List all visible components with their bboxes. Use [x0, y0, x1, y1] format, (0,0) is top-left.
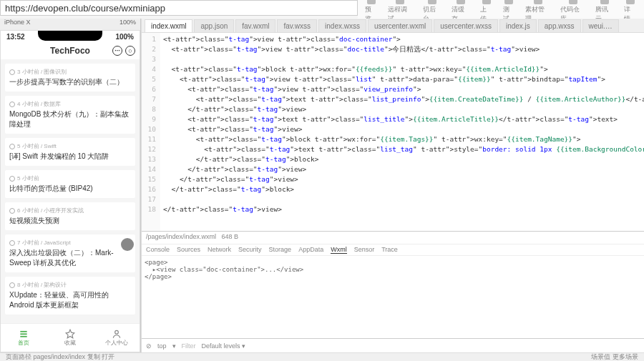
main-area: iPhone X 100% 13:52 100% TechFoco ··· ○ …	[0, 19, 644, 352]
editor-status: /pages/index/index.wxml 648 B 行 4, 列 1 W…	[142, 232, 644, 244]
editor-tab[interactable]: usercenter.wxss	[434, 19, 498, 32]
devtools-tab[interactable]: AppData	[298, 246, 323, 254]
editor-tab[interactable]: index.wxss	[318, 19, 366, 32]
preview-icon	[367, 0, 376, 4]
devtools-tabs: ConsoleSourcesNetworkSecurityStorageAppD…	[142, 244, 644, 256]
devtools-tab[interactable]: Security	[238, 246, 262, 254]
card-title: 短视频流失预测	[9, 216, 131, 226]
editor-tab[interactable]: usercenter.wxml	[368, 19, 432, 32]
tab-star[interactable]: 收藏	[47, 324, 94, 352]
devtools-tab[interactable]: Network	[208, 246, 231, 254]
devtools-tab[interactable]: Sensor	[354, 246, 375, 254]
phone-tabbar: 首页收藏个人中心	[1, 323, 140, 352]
card-meta: 3 小时前 / 图像识别	[9, 68, 131, 76]
cloud-icon	[600, 0, 609, 4]
editor-area: index.wxmlapp.jsonfav.wxmlfav.wxssindex.…	[142, 19, 644, 352]
sim-zoom[interactable]: 100%	[119, 19, 136, 26]
detail-icon	[626, 0, 635, 4]
editor-tab[interactable]: app.json	[194, 19, 234, 32]
phone-frame: 13:52 100% TechFoco ··· ○ 3 小时前 / 图像识别一步…	[0, 30, 140, 352]
editor-tab[interactable]: weui.…	[582, 19, 619, 32]
simulator-panel: iPhone X 100% 13:52 100% TechFoco ··· ○ …	[0, 19, 141, 352]
url-text: https://devopen.club/course/wxminiapp	[5, 3, 165, 14]
article-card[interactable]: 5 小时前 / Swift[译] Swift 并发编程的 10 大陷阱	[5, 138, 135, 166]
card-title: [译] Swift 并发编程的 10 大陷阱	[9, 152, 131, 162]
article-card[interactable]: 8 小时前 / 架构设计XUpdate：轻量级、高可用性的 Android 版本…	[5, 277, 135, 315]
card-meta: 7 小时前 / JavaScript	[9, 239, 131, 247]
material-icon	[534, 0, 542, 4]
svg-rect-2	[21, 336, 27, 337]
article-card[interactable]: 6 小时前 / 小程序开发实战短视频流失预测	[5, 202, 135, 230]
upload-icon	[482, 0, 491, 4]
card-title: 一步步提高手写数字的识别率（二）	[9, 77, 131, 87]
wxml-tree[interactable]: <page> ▸<view class="doc-container">...<…	[142, 256, 644, 338]
card-meta: 5 小时前	[9, 174, 131, 182]
url-bar[interactable]: https://devopen.club/course/wxminiapp	[0, 0, 358, 16]
svg-rect-1	[21, 333, 27, 335]
devtools-tab[interactable]: Wxml	[331, 246, 347, 254]
card-title: 深入浅出垃圾回收（二）：Mark-Sweep 详析及其优化	[9, 248, 131, 268]
card-meta: 4 小时前 / 数据库	[9, 100, 131, 108]
page-title: TechFoco	[50, 46, 90, 56]
top-toolbar: 预览远程调试切后台清缓存上传测试素材管理代码仓库腾讯云详情	[358, 0, 644, 19]
status-bar: 页面路径 pages/index/index 复制 打开 场景值 更多场景	[0, 352, 644, 361]
scroll-indicator[interactable]	[121, 238, 134, 251]
devtools-tab[interactable]: Storage	[269, 246, 292, 254]
card-meta: 8 小时前 / 架构设计	[9, 281, 131, 289]
capsule-menu-icon[interactable]: ···	[112, 46, 122, 56]
status-left[interactable]: 页面路径 pages/index/index 复制 打开	[6, 352, 114, 361]
remote-icon	[396, 0, 404, 4]
tab-list[interactable]: 首页	[1, 324, 47, 352]
capsule-close-icon[interactable]: ○	[125, 46, 135, 56]
git-icon	[569, 0, 577, 4]
editor-tabs: index.wxmlapp.jsonfav.wxmlfav.wxssindex.…	[142, 19, 644, 33]
card-title: MongoDB 技术分析（九）：副本集故障处理	[9, 109, 131, 129]
article-card[interactable]: 3 小时前 / 图像识别一步步提高手写数字的识别率（二）	[5, 64, 135, 92]
phone-content[interactable]: 3 小时前 / 图像识别一步步提高手写数字的识别率（二）4 小时前 / 数据库M…	[1, 59, 140, 323]
switch-icon	[428, 0, 436, 4]
devtools-tab[interactable]: Trace	[381, 246, 398, 254]
editor-tab[interactable]: index.wxml	[145, 19, 192, 32]
devtools-panel: /pages/index/index.wxml 648 B 行 4, 列 1 W…	[142, 231, 644, 352]
devtools-tab[interactable]: Console	[146, 246, 170, 254]
card-title: XUpdate：轻量级、高可用性的 Android 版本更新框架	[9, 290, 131, 310]
star-icon	[64, 329, 76, 339]
code-editor[interactable]: 123456789101112131415161718 <t-attr">cla…	[142, 33, 644, 231]
list-icon	[18, 329, 29, 339]
card-meta: 6 小时前 / 小程序开发实战	[9, 207, 131, 214]
card-title: 比特币的货币总量 (BIP42)	[9, 184, 131, 194]
cache-icon	[457, 0, 465, 4]
article-card[interactable]: 7 小时前 / JavaScript深入浅出垃圾回收（二）：Mark-Sweep…	[5, 234, 135, 272]
phone-notch	[38, 31, 102, 41]
test-icon	[504, 0, 513, 4]
devtools-tab[interactable]: Sources	[177, 246, 200, 254]
svg-point-3	[114, 330, 118, 334]
gutter: 123456789101112131415161718	[142, 33, 160, 231]
sim-device[interactable]: iPhone X	[4, 19, 31, 26]
phone-time: 13:52	[6, 33, 25, 41]
editor-tab[interactable]: app.wxss	[538, 19, 581, 32]
article-card[interactable]: 4 小时前 / 数据库MongoDB 技术分析（九）：副本集故障处理	[5, 96, 135, 134]
console-bar[interactable]: ⊘ top▾ Filter Default levels ▾	[142, 338, 644, 352]
tab-user[interactable]: 个人中心	[93, 324, 140, 352]
phone-header: TechFoco ··· ○	[1, 42, 140, 59]
editor-tab[interactable]: fav.wxss	[277, 19, 317, 32]
code-body[interactable]: <t-attr">class="t-tag">view t-attr">clas…	[160, 33, 644, 231]
svg-rect-0	[21, 331, 27, 332]
user-icon	[111, 329, 122, 339]
sim-header: iPhone X 100%	[0, 19, 140, 26]
card-meta: 5 小时前 / Swift	[9, 142, 131, 150]
status-right[interactable]: 场景值 更多场景	[591, 352, 638, 361]
article-card[interactable]: 5 小时前比特币的货币总量 (BIP42)	[5, 170, 135, 198]
editor-tab[interactable]: index.js	[499, 19, 537, 32]
phone-battery: 100%	[115, 33, 134, 41]
editor-tab[interactable]: fav.wxml	[235, 19, 275, 32]
